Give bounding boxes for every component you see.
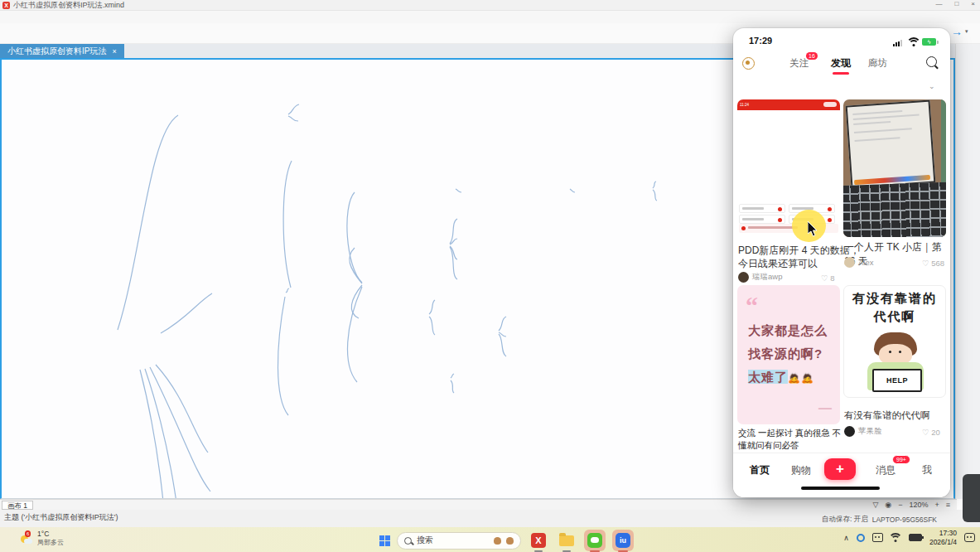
tray-chevron-icon[interactable]: ∧ — [843, 534, 849, 542]
titlebar: 小红书虚拟原创资料IP玩法.xmind — □ × — [0, 0, 980, 11]
taskbar-wechat[interactable] — [584, 530, 606, 551]
autosave-status: 自动保存: 开启 LAPTOP-95G56SFK — [822, 515, 937, 525]
emoji: 🙇🙇 — [788, 372, 814, 384]
weather-widget[interactable]: 6 1°C 局部多云 — [20, 530, 64, 547]
device-name: LAPTOP-95G56SFK — [872, 516, 937, 524]
pdd-list-cell — [739, 215, 785, 224]
iu-app-icon: iu — [616, 533, 630, 548]
tab-local[interactable]: 廊坊 — [868, 57, 887, 70]
desktop: 小红书虚拟原创资料IP玩法.xmind — □ × 小红书虚拟原创资料IP玩法 … — [0, 0, 980, 552]
tab-follow[interactable]: 关注 — [789, 57, 809, 70]
status-bar: 主题 ('小红书虚拟原创资料IP玩法') 自动保存: 开启 LAPTOP-95G… — [0, 510, 980, 527]
close-button[interactable]: × — [971, 0, 975, 7]
search-highlight-icon — [494, 537, 501, 545]
clock[interactable]: 17:30 2026/1/4 — [929, 529, 957, 546]
taskbar: 6 1°C 局部多云 搜索 X — [0, 527, 980, 552]
create-post-button[interactable]: + — [824, 458, 856, 480]
follow-badge: 16 — [806, 52, 818, 60]
tab-discover[interactable]: 发现 — [831, 56, 851, 70]
maximize-button[interactable]: □ — [954, 0, 958, 7]
pdd-statusbar: 11:24 — [737, 99, 840, 110]
xmind-logo-icon — [2, 2, 10, 9]
taskbar-search[interactable]: 搜索 — [397, 532, 521, 550]
help-sign: HELP — [872, 369, 922, 392]
mouse-cursor — [808, 221, 818, 240]
card-title[interactable]: 今日战果还算可以 — [738, 257, 818, 271]
quote-line: 找客源的啊? — [748, 346, 823, 362]
feed-card-2-image[interactable] — [843, 99, 946, 237]
wifi-icon — [908, 37, 920, 46]
share-caret-icon: ▾ — [965, 28, 968, 35]
collapsed-panel[interactable] — [963, 474, 980, 522]
card-author[interactable]: Alex — [844, 257, 873, 268]
avatar — [844, 257, 855, 268]
folder-icon — [559, 535, 574, 546]
phone-clock: 17:29 — [749, 36, 772, 46]
image-text: 代代啊 — [844, 309, 945, 325]
fit-map-icon[interactable]: ≡ — [946, 501, 950, 509]
weather-desc: 局部多云 — [37, 538, 64, 547]
sheet-tab[interactable]: 画布 1 — [2, 501, 33, 510]
chevron-down-icon[interactable]: ⌄ — [929, 82, 935, 90]
tab-me[interactable]: 我 — [922, 463, 932, 477]
phone-mirror-window[interactable]: 17:29 ϟ 关注 16 发现 廊坊 ⌄ 11:24 — [733, 28, 950, 497]
avatar — [738, 272, 749, 283]
pdd-list-cell — [739, 204, 785, 213]
tab-messages[interactable]: 消息 — [876, 463, 896, 477]
tab-home[interactable]: 首页 — [750, 463, 770, 477]
zoom-out-button[interactable]: − — [898, 501, 902, 509]
search-icon[interactable] — [926, 56, 937, 67]
taskbar-explorer[interactable] — [556, 530, 577, 551]
laptop-screen — [846, 100, 936, 189]
battery-icon: ϟ — [922, 38, 936, 46]
author-name: 瑞瑞awp — [752, 272, 782, 283]
taskbar-xmind[interactable]: X — [528, 530, 549, 551]
document-tab-label: 小红书虚拟原创资料IP玩法 — [7, 46, 106, 57]
card-author[interactable]: 瑞瑞awp — [738, 272, 782, 283]
feed-card-4-image[interactable]: 有没有靠谱的 代代啊 HELP — [843, 285, 946, 398]
card-author[interactable]: 苹果脸 — [844, 426, 882, 437]
heart-icon: ♡ — [922, 428, 929, 437]
pitch-mode-icon[interactable]: ◉ — [885, 501, 891, 509]
author-name: Alex — [858, 258, 873, 267]
taskbar-iu-app[interactable]: iu — [612, 530, 634, 551]
feed-card-3-image[interactable]: “ 大家都是怎么 找客源的啊? 太难了🙇🙇 — — [737, 285, 840, 424]
filter-icon[interactable]: ▽ — [872, 501, 878, 509]
scrollbar-row[interactable]: 画布 1 ▽ ◉ − 120% + ≡ — [0, 499, 957, 510]
battery-icon[interactable] — [909, 534, 922, 541]
tab-shop[interactable]: 购物 — [791, 463, 811, 477]
card-title[interactable]: 懂就问有问必答 — [738, 440, 799, 452]
live-icon[interactable] — [742, 57, 755, 70]
wifi-icon[interactable] — [891, 534, 901, 542]
autosave-label: 自动保存: 开启 — [822, 515, 868, 525]
share-arrow-icon: → — [951, 25, 963, 38]
tray-app-icon[interactable] — [857, 534, 865, 542]
xmind-icon: X — [531, 533, 546, 548]
like-count[interactable]: ♡ 20 — [922, 428, 940, 437]
notification-icon[interactable] — [964, 533, 975, 542]
menubar — [0, 11, 980, 23]
start-button[interactable] — [379, 535, 390, 546]
card-title[interactable]: 交流 一起探讨 真的很急 不 — [738, 428, 841, 439]
card-title[interactable]: PDD新店刚开 4 天的数据， — [738, 244, 860, 258]
document-tab[interactable]: 小红书虚拟原创资料IP玩法 × — [0, 44, 124, 58]
quote-icon: “ — [746, 292, 758, 320]
like-count[interactable]: ♡ 568 — [922, 259, 944, 268]
wechat-icon — [587, 533, 602, 548]
close-tab-icon[interactable]: × — [112, 47, 116, 56]
minimize-button[interactable]: — — [935, 0, 942, 7]
tray-date: 2026/1/4 — [929, 538, 957, 547]
category-bar — [733, 81, 950, 99]
home-indicator[interactable] — [801, 487, 880, 490]
dash: — — [818, 401, 832, 416]
right-sidebar — [955, 44, 980, 499]
image-text: 有没有靠谱的 — [844, 291, 945, 307]
share-button[interactable]: → ▾ — [951, 25, 968, 38]
tray-robot-icon[interactable] — [872, 533, 883, 542]
heart-icon: ♡ — [821, 274, 828, 283]
card-title[interactable]: 有没有靠谱的代代啊 — [844, 409, 930, 422]
weather-icon: 6 — [20, 533, 33, 545]
zoom-in-button[interactable]: + — [934, 501, 939, 509]
phone-top-nav: 关注 16 发现 廊坊 — [733, 53, 950, 78]
like-count[interactable]: ♡ 8 — [821, 274, 834, 283]
